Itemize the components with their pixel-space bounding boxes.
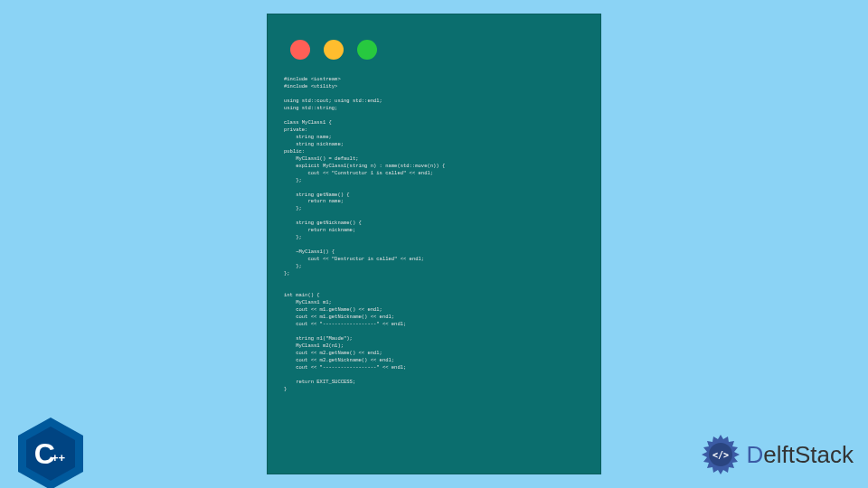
code-content: #include <iostream> #include <utility> u… xyxy=(268,60,600,393)
traffic-lights xyxy=(268,14,600,60)
delft-rest: elftStack xyxy=(763,441,854,468)
code-window: #include <iostream> #include <utility> u… xyxy=(267,14,601,474)
cpp-c-letter: C xyxy=(34,437,53,471)
svg-text:</>: </> xyxy=(712,450,728,460)
close-dot xyxy=(290,40,310,60)
delft-d: D xyxy=(747,441,764,468)
minimize-dot xyxy=(324,40,344,60)
cpp-hex-icon: C ++ xyxy=(18,418,83,488)
delftstack-logo: </> DelftStack xyxy=(698,432,854,477)
cpp-logo: C ++ xyxy=(18,418,83,488)
delftstack-gear-icon: </> xyxy=(698,432,743,477)
maximize-dot xyxy=(357,40,377,60)
delftstack-text: DelftStack xyxy=(747,441,854,469)
cpp-plus-letters: ++ xyxy=(52,451,65,465)
